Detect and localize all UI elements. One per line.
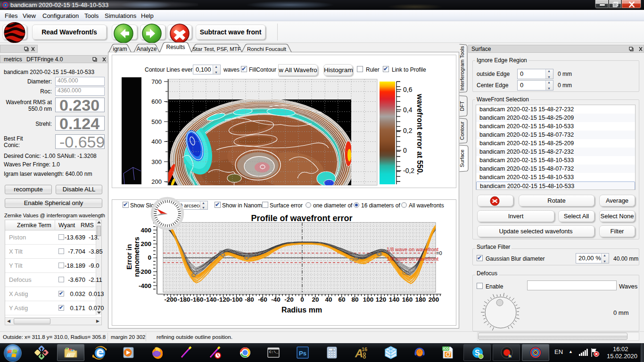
svg-text:C:\_: C:\_ xyxy=(269,350,278,354)
svg-text:-140: -140 xyxy=(204,296,216,303)
svg-text:-20: -20 xyxy=(284,296,294,303)
svg-text:Star Test, PSF, MTF: Star Test, PSF, MTF xyxy=(192,46,241,52)
svg-text:-80: -80 xyxy=(245,296,254,303)
svg-text:-0,2: -0,2 xyxy=(403,167,414,174)
svg-text:-100: -100 xyxy=(230,296,242,303)
svg-text:0,2: 0,2 xyxy=(403,127,413,134)
svg-text:500: 500 xyxy=(151,118,162,125)
svg-text:=0: =0 xyxy=(436,250,442,256)
svg-text:-120: -120 xyxy=(217,296,230,303)
svg-text:0: 0 xyxy=(403,147,407,154)
svg-text:0,4: 0,4 xyxy=(403,106,413,114)
svg-text:Radius mm: Radius mm xyxy=(281,306,322,314)
svg-text:-60: -60 xyxy=(258,296,267,303)
svg-text:Error in: Error in xyxy=(125,244,133,270)
svg-text:600: 600 xyxy=(151,98,162,105)
svg-text:140: 140 xyxy=(389,296,400,303)
svg-text:-200: -200 xyxy=(139,268,151,275)
svg-text:400: 400 xyxy=(151,138,162,145)
svg-text:180: 180 xyxy=(415,296,426,303)
svg-text:1/8 wave on wavefront: 1/8 wave on wavefront xyxy=(387,247,438,252)
svg-text:-200: -200 xyxy=(164,296,177,303)
svg-text:200: 200 xyxy=(140,240,151,247)
svg-text:0: 0 xyxy=(148,254,151,261)
svg-text:-180: -180 xyxy=(177,296,190,303)
svg-text:Analyze: Analyze xyxy=(137,46,157,52)
svg-text:1/8 wave on wavefront: 1/8 wave on wavefront xyxy=(387,256,438,262)
svg-text:Interferogram Tools: Interferogram Tools xyxy=(459,46,465,90)
svg-text:40: 40 xyxy=(325,296,332,303)
svg-text:20: 20 xyxy=(312,296,319,303)
svg-text:0: 0 xyxy=(300,296,304,303)
svg-text:60: 60 xyxy=(338,296,345,303)
svg-text:120: 120 xyxy=(376,296,387,303)
svg-text:Results: Results xyxy=(166,44,185,50)
svg-text:Surface: Surface xyxy=(459,149,465,167)
svg-text:Ps: Ps xyxy=(299,350,306,357)
svg-text:Profile of wavefront error: Profile of wavefront error xyxy=(251,214,352,223)
svg-text:160: 160 xyxy=(402,296,413,303)
svg-text:igram: igram xyxy=(113,46,127,52)
svg-text:-400: -400 xyxy=(139,282,151,289)
svg-text:wavefront error at 550.: wavefront error at 550. xyxy=(416,93,424,175)
svg-text:DFT: DFT xyxy=(459,101,465,111)
svg-text:200: 200 xyxy=(151,178,162,185)
svg-text:300: 300 xyxy=(151,158,162,165)
svg-text:Contour: Contour xyxy=(459,122,465,140)
svg-text:nanometers: nanometers xyxy=(132,237,140,277)
svg-text:0,6: 0,6 xyxy=(403,86,413,93)
svg-text:ICO: ICO xyxy=(443,347,449,350)
svg-text:700: 700 xyxy=(151,78,162,85)
svg-text:Ronchi Foucault: Ronchi Foucault xyxy=(247,46,287,52)
svg-text:100: 100 xyxy=(363,296,374,303)
svg-text:200: 200 xyxy=(429,296,439,303)
svg-text:-40: -40 xyxy=(271,296,281,303)
svg-text:16: 16 xyxy=(362,346,367,352)
svg-text:-160: -160 xyxy=(190,296,203,303)
svg-text:80: 80 xyxy=(351,296,358,303)
